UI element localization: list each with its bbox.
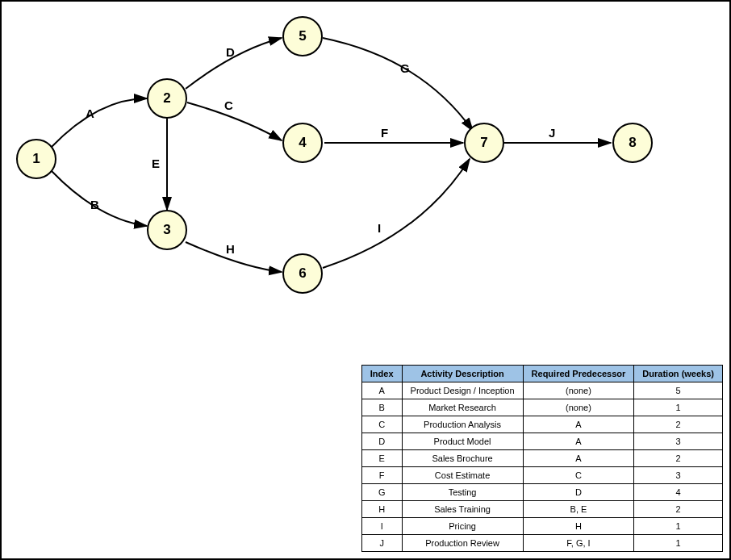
diagram-canvas: 1 2 3 4 5 6 7 8 A B C D E F G H I J Inde…	[0, 0, 731, 560]
cell-index: B	[361, 399, 402, 416]
table-row: AProduct Design / Inception(none)5	[361, 382, 722, 399]
table-row: IPricingH1	[361, 518, 722, 535]
cell-desc: Product Design / Inception	[402, 382, 523, 399]
cell-dur: 1	[634, 535, 723, 552]
node-6: 6	[282, 253, 323, 294]
cell-pred: A	[523, 433, 634, 450]
edge-label-D: D	[226, 45, 235, 59]
table-row: JProduction ReviewF, G, I1	[361, 535, 722, 552]
cell-index: D	[361, 433, 402, 450]
cell-desc: Sales Training	[402, 501, 523, 518]
cell-index: C	[361, 416, 402, 433]
cell-pred: F, G, I	[523, 535, 634, 552]
edge-label-J: J	[549, 126, 555, 140]
cell-index: F	[361, 467, 402, 484]
cell-desc: Production Analysis	[402, 416, 523, 433]
cell-dur: 2	[634, 450, 723, 467]
cell-desc: Product Model	[402, 433, 523, 450]
cell-dur: 3	[634, 433, 723, 450]
cell-desc: Testing	[402, 484, 523, 501]
header-predecessor: Required Predecessor	[523, 366, 634, 382]
table-row: DProduct ModelA3	[361, 433, 722, 450]
cell-index: A	[361, 382, 402, 399]
table-row: BMarket Research(none)1	[361, 399, 722, 416]
cell-index: J	[361, 535, 402, 552]
cell-dur: 5	[634, 382, 723, 399]
cell-desc: Cost Estimate	[402, 467, 523, 484]
table-row: HSales TrainingB, E2	[361, 501, 722, 518]
activity-table: Index Activity Description Required Pred…	[361, 365, 723, 552]
cell-dur: 1	[634, 518, 723, 535]
node-5: 5	[282, 16, 323, 56]
edge-label-I: I	[378, 221, 381, 235]
cell-pred: C	[523, 467, 634, 484]
cell-dur: 2	[634, 416, 723, 433]
cell-dur: 3	[634, 467, 723, 484]
cell-index: I	[361, 518, 402, 535]
cell-desc: Pricing	[402, 518, 523, 535]
cell-pred: A	[523, 450, 634, 467]
header-index: Index	[361, 366, 402, 382]
cell-dur: 1	[634, 399, 723, 416]
edge-label-E: E	[152, 157, 160, 170]
table-row: FCost EstimateC3	[361, 467, 722, 484]
edge-label-A: A	[86, 107, 94, 120]
node-7: 7	[464, 123, 504, 163]
table-row: GTestingD4	[361, 484, 722, 501]
cell-pred: (none)	[523, 399, 634, 416]
edge-label-F: F	[381, 126, 388, 140]
cell-index: H	[361, 501, 402, 518]
cell-dur: 2	[634, 501, 723, 518]
header-duration: Duration (weeks)	[634, 366, 723, 382]
node-3: 3	[147, 210, 187, 250]
cell-pred: B, E	[523, 501, 634, 518]
cell-pred: (none)	[523, 382, 634, 399]
cell-pred: H	[523, 518, 634, 535]
edge-label-C: C	[224, 98, 233, 112]
cell-index: G	[361, 484, 402, 501]
cell-pred: D	[523, 484, 634, 501]
cell-desc: Market Research	[402, 399, 523, 416]
table-body: AProduct Design / Inception(none)5 BMark…	[361, 382, 722, 552]
node-1: 1	[16, 139, 56, 179]
edge-label-H: H	[226, 242, 235, 256]
edge-label-B: B	[90, 198, 99, 211]
cell-index: E	[361, 450, 402, 467]
edge-label-G: G	[400, 61, 410, 75]
cell-dur: 4	[634, 484, 723, 501]
table-header-row: Index Activity Description Required Pred…	[361, 366, 722, 382]
header-description: Activity Description	[402, 366, 523, 382]
node-8: 8	[612, 123, 653, 163]
node-2: 2	[147, 78, 187, 119]
table-row: ESales BrochureA2	[361, 450, 722, 467]
cell-pred: A	[523, 416, 634, 433]
node-4: 4	[282, 123, 323, 163]
table-row: CProduction AnalysisA2	[361, 416, 722, 433]
cell-desc: Sales Brochure	[402, 450, 523, 467]
cell-desc: Production Review	[402, 535, 523, 552]
